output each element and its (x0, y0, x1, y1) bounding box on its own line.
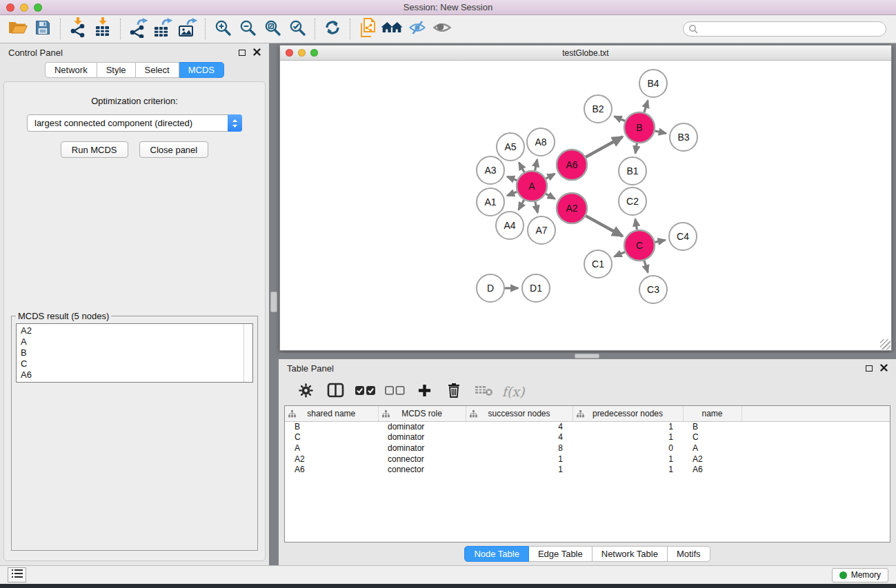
cell[interactable]: A6 (683, 464, 741, 475)
node-A1[interactable]: A1 (477, 188, 504, 216)
task-history-button[interactable] (8, 567, 26, 582)
save-session-button[interactable] (30, 17, 55, 41)
edge-A-A4[interactable] (519, 200, 524, 210)
result-item[interactable]: A2 (21, 325, 241, 336)
cell[interactable]: connector (378, 454, 466, 465)
open-file-button[interactable] (6, 17, 30, 41)
close-panel-icon[interactable] (253, 48, 261, 58)
vertical-splitter[interactable] (269, 43, 279, 565)
node-D1[interactable]: D1 (522, 274, 550, 302)
table-close-panel-icon[interactable] (880, 363, 888, 374)
cell[interactable]: A6 (285, 464, 378, 475)
export-table-button[interactable] (150, 17, 175, 41)
table-tab-node-table[interactable]: Node Table (464, 546, 529, 562)
edge-A-A2[interactable] (546, 194, 555, 199)
maximize-window-button[interactable] (34, 3, 42, 12)
table-tab-edge-table[interactable]: Edge Table (529, 546, 593, 562)
edge-B-B1[interactable] (635, 143, 637, 154)
cell[interactable]: 1 (573, 464, 683, 475)
column-header-predecessor-nodes[interactable]: predecessor nodes (573, 406, 683, 421)
node-table[interactable]: shared nameMCDS rolesuccessor nodesprede… (285, 406, 890, 475)
node-A2[interactable]: A2 (557, 193, 587, 223)
close-panel-button[interactable]: Close panel (139, 141, 209, 158)
edge-A-A7[interactable] (535, 201, 538, 212)
cell[interactable]: 4 (466, 432, 573, 443)
node-B1[interactable]: B1 (619, 157, 646, 185)
network-close-button[interactable] (286, 49, 293, 57)
result-item[interactable]: A (21, 336, 241, 347)
memory-button[interactable]: Memory (832, 568, 888, 582)
cell[interactable]: 1 (466, 454, 573, 465)
tab-style[interactable]: Style (97, 62, 136, 78)
cell[interactable]: 1 (573, 421, 683, 432)
cell[interactable]: 1 (466, 464, 573, 475)
node-B3[interactable]: B3 (670, 123, 697, 151)
select-all-button[interactable] (356, 381, 374, 402)
node-C1[interactable]: C1 (584, 250, 612, 278)
zoom-in-button[interactable] (210, 17, 235, 41)
edge-A-A6[interactable] (546, 174, 555, 179)
node-C4[interactable]: C4 (669, 223, 697, 250)
table-row[interactable]: Bdominator41B (285, 421, 890, 432)
column-header-name[interactable]: name (683, 406, 741, 421)
node-A4[interactable]: A4 (496, 212, 524, 239)
node-A[interactable]: A (517, 171, 547, 201)
edge-A-A8[interactable] (535, 159, 537, 170)
edge-A-A3[interactable] (507, 176, 517, 180)
duplicate-network-button[interactable] (355, 17, 380, 41)
table-row[interactable]: A6connector11A6 (285, 464, 890, 475)
cell[interactable]: 8 (466, 443, 573, 454)
network-minimize-button[interactable] (298, 49, 306, 57)
cell[interactable]: connector (378, 464, 466, 475)
edge-B-B2[interactable] (615, 116, 625, 121)
edge-B-B3[interactable] (655, 131, 666, 134)
edge-C-C4[interactable] (655, 240, 666, 242)
close-window-button[interactable] (6, 3, 14, 12)
tab-mcds[interactable]: MCDS (179, 62, 224, 78)
cell[interactable]: C (285, 432, 378, 443)
resize-grip[interactable] (880, 339, 890, 349)
export-network-button[interactable] (126, 17, 150, 41)
settings-button[interactable] (297, 381, 315, 402)
cell[interactable]: C (683, 432, 741, 443)
zoom-selected-button[interactable] (285, 17, 310, 41)
delete-row-button[interactable] (445, 381, 463, 402)
cell[interactable]: A (285, 443, 378, 454)
result-item[interactable]: C (21, 358, 241, 369)
network-maximize-button[interactable] (310, 49, 318, 57)
criterion-dropdown[interactable]: largest connected component (directed) (27, 114, 242, 132)
run-mcds-button[interactable]: Run MCDS (61, 141, 128, 158)
result-item[interactable]: B (21, 347, 241, 358)
node-A7[interactable]: A7 (528, 216, 555, 244)
cell[interactable]: 4 (466, 421, 573, 432)
horizontal-splitter[interactable] (279, 353, 896, 359)
cell[interactable]: 1 (573, 454, 683, 465)
table-tab-network-table[interactable]: Network Table (593, 546, 668, 562)
node-B4[interactable]: B4 (639, 70, 667, 97)
import-table-button[interactable] (90, 17, 115, 41)
node-C3[interactable]: C3 (639, 276, 667, 303)
column-header-shared-name[interactable]: shared name (285, 406, 378, 421)
cell[interactable]: A2 (285, 454, 378, 465)
import-network-button[interactable] (66, 17, 90, 41)
zoom-out-button[interactable] (235, 17, 260, 41)
refresh-button[interactable] (320, 17, 345, 41)
result-item[interactable]: A6 (21, 369, 241, 381)
network-canvas[interactable]: B4B2BB3B1A6A5A8A3AA1A2A4A7C2C4CC1C3DD1 (280, 61, 891, 350)
edge-A6-B[interactable] (586, 137, 622, 157)
edge-C-C3[interactable] (644, 261, 648, 272)
node-A6[interactable]: A6 (557, 150, 587, 180)
node-D[interactable]: D (477, 274, 504, 302)
cell[interactable]: dominator (378, 432, 466, 443)
vertical-splitter-grip[interactable] (270, 292, 277, 312)
hide-panels-button[interactable] (405, 17, 430, 41)
node-B2[interactable]: B2 (584, 95, 612, 123)
float-panel-icon[interactable] (239, 50, 246, 56)
zoom-fit-button[interactable] (260, 17, 285, 41)
cell[interactable]: B (285, 421, 378, 432)
search-input[interactable] (683, 21, 886, 37)
column-header-successor-nodes[interactable]: successor nodes (466, 406, 573, 421)
cell[interactable]: 1 (573, 432, 683, 443)
function-button[interactable]: f(x) (504, 381, 522, 402)
edge-B-B4[interactable] (644, 101, 648, 112)
